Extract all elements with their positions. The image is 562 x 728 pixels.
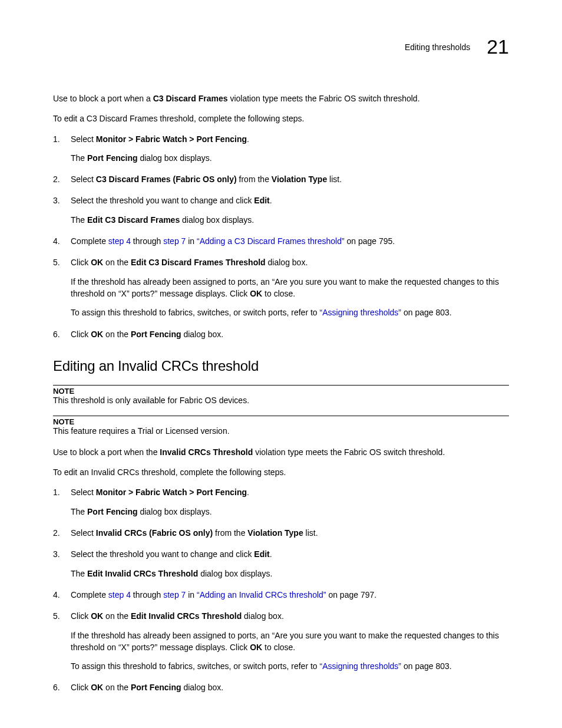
step-3b: Select the threshold you want to change …	[53, 548, 509, 579]
header-title: Editing thresholds	[405, 42, 470, 52]
step-2: Select C3 Discard Frames (Fabric OS only…	[53, 173, 509, 185]
link-adding-c3[interactable]: “Adding a C3 Discard Frames threshold”	[197, 236, 345, 246]
link-step7[interactable]: step 7	[163, 236, 186, 246]
page-header: Editing thresholds 21	[53, 35, 509, 58]
intro-paragraph-3: Use to block a port when the Invalid CRC…	[53, 446, 509, 458]
steps-list-2: Select Monitor > Fabric Watch > Port Fen…	[53, 486, 509, 693]
rule	[53, 416, 509, 416]
link-adding-invalid-crc[interactable]: “Adding an Invalid CRCs threshold”	[197, 590, 326, 599]
step-6b: Click OK on the Port Fencing dialog box.	[53, 681, 509, 693]
link-assigning-thresholds[interactable]: “Assigning thresholds”	[320, 308, 402, 317]
note-label-2: NOTE	[53, 417, 509, 426]
note-text-2: This feature requires a Trial or License…	[53, 426, 509, 436]
step-5: Click OK on the Edit C3 Discard Frames T…	[53, 256, 509, 318]
step-6: Click OK on the Port Fencing dialog box.	[53, 328, 509, 340]
step-4: Complete step 4 through step 7 in “Addin…	[53, 235, 509, 247]
link-assigning-thresholds-b[interactable]: “Assigning thresholds”	[320, 661, 402, 671]
step-1: Select Monitor > Fabric Watch > Port Fen…	[53, 133, 509, 164]
link-step7b[interactable]: step 7	[163, 590, 186, 599]
step-4b: Complete step 4 through step 7 in “Addin…	[53, 589, 509, 601]
link-step4[interactable]: step 4	[108, 236, 131, 246]
section-heading: Editing an Invalid CRCs threshold	[53, 358, 509, 374]
note-text-1: This threshold is only available for Fab…	[53, 396, 509, 405]
intro-paragraph-2: To edit a C3 Discard Frames threshold, c…	[53, 113, 509, 124]
step-5b: Click OK on the Edit Invalid CRCs Thresh…	[53, 610, 509, 672]
intro-paragraph-1: Use to block a port when a C3 Discard Fr…	[53, 93, 509, 104]
step-3: Select the threshold you want to change …	[53, 195, 509, 226]
link-step4b[interactable]: step 4	[108, 590, 131, 599]
note-label-1: NOTE	[53, 387, 509, 396]
rule	[53, 385, 509, 386]
steps-list-1: Select Monitor > Fabric Watch > Port Fen…	[53, 133, 509, 340]
intro-paragraph-4: To edit an Invalid CRCs threshold, compl…	[53, 466, 509, 478]
chapter-number: 21	[487, 35, 509, 58]
step-2b: Select Invalid CRCs (Fabric OS only) fro…	[53, 527, 509, 539]
step-1b: Select Monitor > Fabric Watch > Port Fen…	[53, 486, 509, 518]
